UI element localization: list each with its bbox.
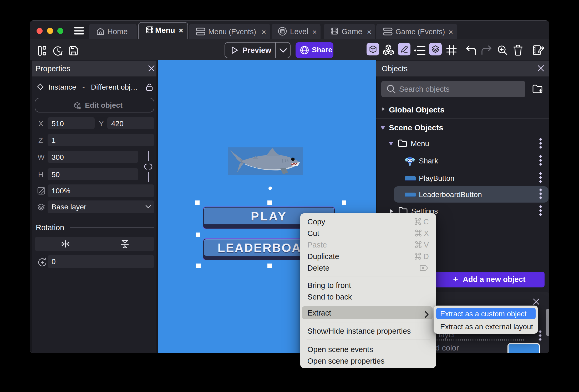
svg-text:2D: 2D (78, 106, 81, 109)
